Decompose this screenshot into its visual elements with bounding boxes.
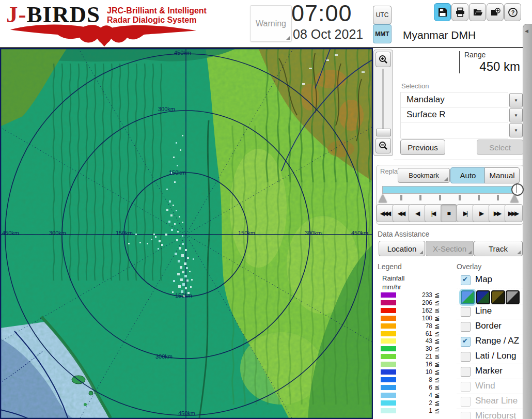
legend-lte-symbol: ≦ — [434, 361, 440, 368]
overlay-checkbox-label: Range / AZ — [475, 336, 519, 346]
svg-text:?: ? — [511, 9, 514, 15]
step-forward-button[interactable]: ▶| — [457, 204, 475, 222]
overlay-checkbox[interactable] — [461, 275, 471, 285]
help-button[interactable]: ? — [504, 3, 521, 21]
play-reverse-button[interactable]: ◀ — [409, 204, 427, 222]
zoom-in-button[interactable] — [375, 52, 391, 67]
legend-value: 162 — [398, 307, 432, 314]
forward-button[interactable]: ▶▶ — [489, 204, 507, 222]
collapse-arrow-icon: ◀ — [525, 28, 528, 34]
zoom-out-button[interactable] — [375, 138, 391, 153]
legend-color-swatch — [381, 400, 396, 406]
overlay-checkbox[interactable] — [461, 352, 471, 362]
overlay-checkbox[interactable] — [461, 322, 471, 332]
overlay-checkbox-label: Map — [475, 274, 492, 285]
overlay-checkbox[interactable] — [461, 307, 471, 317]
add-image-icon — [490, 7, 500, 18]
track-button[interactable]: Track — [474, 241, 523, 256]
legend-section-label: Legend — [378, 262, 402, 271]
legend-value: 100 — [398, 315, 432, 322]
forward-fast-button[interactable]: ▶▶▶ — [505, 204, 523, 222]
print-icon — [455, 7, 465, 18]
legend-color-swatch — [381, 369, 396, 375]
overlay-checkbox-label: Border — [475, 321, 502, 331]
timezone-utc-button[interactable]: UTC — [373, 6, 392, 24]
legend-value: 30 — [398, 345, 432, 352]
step-back-button[interactable]: |◀ — [425, 204, 443, 222]
zoom-slider-track[interactable] — [382, 69, 384, 136]
warning-button[interactable]: Warning — [250, 5, 292, 42]
bookmark-button[interactable]: Bookmark — [398, 168, 450, 183]
map-style-swatch-3[interactable] — [491, 290, 505, 304]
legend-value: 4 — [398, 392, 432, 399]
legend-color-swatch — [381, 308, 396, 313]
slider-end-marker[interactable] — [510, 194, 519, 203]
range-label: 150km — [116, 230, 133, 236]
range-value: 450 km — [479, 59, 520, 74]
slider-start-marker[interactable] — [379, 194, 387, 203]
overlay-section-label: Overlay — [457, 262, 481, 271]
save-button[interactable] — [434, 3, 451, 21]
overlay-checkbox[interactable] — [461, 337, 471, 347]
dropdown-arrow-extra[interactable]: ▼ — [509, 123, 523, 137]
slider-tick — [400, 195, 402, 200]
map-style-swatch-4[interactable] — [506, 290, 520, 304]
dropdown-arrow-site[interactable]: ▼ — [509, 93, 523, 107]
select-button[interactable]: Select — [477, 139, 523, 155]
legend-unit: mm/hr — [382, 283, 401, 291]
legend-value: 6 — [398, 384, 432, 391]
previous-button[interactable]: Previous — [400, 139, 445, 155]
overlay-checkbox[interactable] — [461, 367, 471, 377]
panel-collapse-strip[interactable]: ◀ — [523, 24, 532, 419]
map-style-swatch-2[interactable] — [476, 290, 490, 304]
zoom-slider-handle[interactable] — [376, 129, 391, 136]
slider-tick — [459, 195, 461, 200]
manual-mode-button[interactable]: Manual — [484, 167, 520, 183]
clock-time: 07:00 — [291, 0, 352, 27]
location-button[interactable]: Location — [379, 241, 425, 256]
selection-row-extra[interactable] — [400, 122, 508, 138]
rewind-button[interactable]: ◀◀ — [393, 204, 411, 222]
legend-color-swatch — [381, 338, 396, 344]
magnifier-minus-icon — [378, 141, 388, 151]
overlay-checkbox-label: Marker — [475, 366, 503, 376]
legend-color-swatch — [381, 393, 396, 398]
legend-lte-symbol: ≦ — [434, 368, 440, 376]
rewind-fast-button[interactable]: ◀◀◀ — [377, 204, 395, 222]
print-button[interactable] — [451, 3, 468, 21]
play-button[interactable]: ▶ — [473, 204, 491, 222]
stop-button[interactable]: ■ — [441, 204, 457, 222]
slider-tick — [497, 195, 499, 200]
map-zoom-panel — [373, 50, 393, 156]
timezone-mmt-button[interactable]: MMT — [373, 24, 392, 43]
legend-lte-symbol: ≦ — [434, 392, 440, 399]
range-label: 150km — [175, 292, 192, 299]
slider-tick — [419, 195, 421, 200]
range-display: Range 450 km — [400, 49, 522, 76]
auto-mode-button[interactable]: Auto — [450, 167, 486, 183]
dropdown-arrow-product[interactable]: ▼ — [509, 108, 523, 122]
legend-value: 16 — [398, 361, 432, 368]
open-folder-button[interactable] — [469, 3, 486, 21]
help-icon: ? — [508, 7, 518, 18]
station-name: Myanmar DMH — [403, 29, 476, 41]
legend-color-swatch — [381, 377, 396, 382]
radar-map-display[interactable]: 450km300km150km150km300km450km450km300km… — [0, 48, 373, 419]
overlay-checkbox-label: Shear Line — [475, 396, 518, 406]
legend-lte-symbol: ≦ — [434, 330, 440, 337]
selection-row-site[interactable]: Mandalay — [400, 92, 508, 108]
range-label: 300km — [158, 106, 175, 112]
legend-color-swatch — [381, 408, 396, 413]
add-image-button[interactable] — [487, 3, 504, 21]
data-assistance-label: Data Assistance — [378, 230, 429, 238]
selection-row-product[interactable]: Surface R — [400, 107, 508, 123]
range-label: 300km — [49, 230, 66, 236]
legend-lte-symbol: ≦ — [434, 345, 440, 352]
overlay-row-line: Line — [457, 304, 523, 319]
overlay-row-range-az: Range / AZ — [457, 334, 523, 349]
eagle-logo-icon — [5, 23, 201, 46]
overlay-row-microburst: Microburst — [457, 409, 523, 419]
map-style-swatch-1[interactable] — [461, 290, 475, 304]
overlay-row-map: Map — [457, 273, 523, 288]
replay-slider-track[interactable] — [382, 186, 519, 194]
